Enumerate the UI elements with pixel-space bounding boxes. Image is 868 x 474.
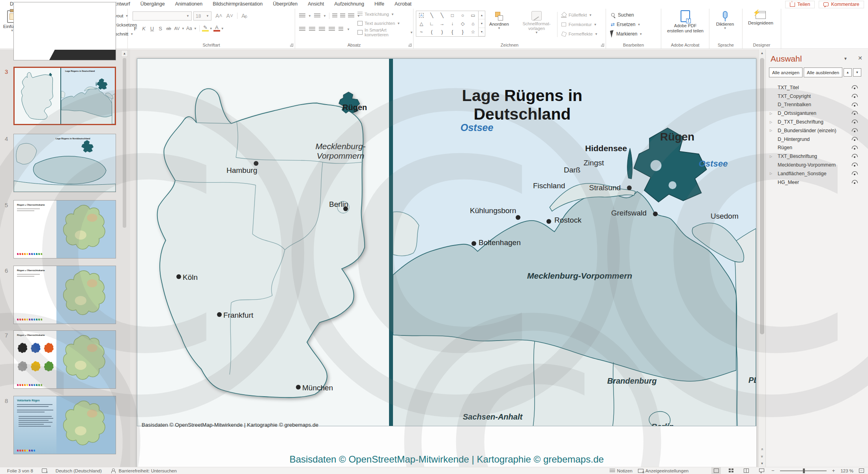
move-up-button[interactable]: ▲ [844,68,852,77]
shadow-button[interactable]: S [157,26,164,32]
label-greifswald[interactable]: Greifswald [611,209,647,217]
layer-item[interactable]: ▷D_Ortssiganturen [766,109,868,118]
star-shape-icon[interactable]: ☆ [471,29,475,35]
expand-chevron-icon[interactable]: ▷ [770,155,772,158]
scrollbar-thumb[interactable] [760,58,764,334]
comments-button[interactable]: Kommentare [819,1,864,8]
notes-button[interactable]: Notizen [610,468,632,473]
align-center-icon[interactable] [309,27,315,32]
pane-close-icon[interactable]: ✕ [858,55,862,61]
quick-styles-button[interactable]: Schnellformat-vorlagen ▼ [518,11,555,34]
scroll-up-icon[interactable]: ▲ [121,50,128,57]
create-pdf-button[interactable]: Adobe PDF erstellen und teilen [667,10,704,33]
shrink-font-button[interactable]: A˅ [226,13,234,19]
tab-uebergaenge[interactable]: Übergänge [135,0,170,9]
visibility-eye-icon[interactable] [852,85,858,90]
bullets-icon[interactable] [299,13,305,18]
brace-left-shape-icon[interactable]: { [452,29,453,35]
layer-item[interactable]: Rügen [766,144,868,152]
decrease-indent-icon[interactable] [332,13,337,18]
grow-font-button[interactable]: A˄ [215,13,223,19]
layer-item[interactable]: ▷D_TXT_Beschriftung [766,118,868,126]
label-ostsee-right[interactable]: Ostsee [699,159,728,169]
label-koeln[interactable]: Köln [183,273,198,282]
thumbnail-slide-7[interactable]: Rügen » Übersichtskarte [13,330,116,389]
shape-effects-button[interactable]: Formeffekte▼ [561,30,598,38]
ellipse-shape-icon[interactable]: ○ [461,13,464,18]
tab-aufzeichnung[interactable]: Aufzeichnung [329,0,369,9]
label-ostsee-left[interactable]: Ostsee [460,122,493,133]
hide-all-button[interactable]: Alle ausblenden [804,67,842,77]
zoom-slider[interactable] [780,470,827,471]
scroll-down-icon[interactable]: ▼ [759,460,765,467]
pentagon-shape-icon[interactable]: ⌂ [471,21,474,26]
label-hiddensee[interactable]: Hiddensee [585,144,627,153]
numbering-icon[interactable] [314,13,320,18]
pane-options-chevron-icon[interactable]: ▼ [844,56,847,61]
arc-shape-icon[interactable]: ( [431,29,432,35]
strikethrough-button[interactable]: ab [165,26,172,31]
layer-item[interactable]: ▷D_Bundersländer (einzeln) [766,126,868,135]
expand-chevron-icon[interactable]: ▷ [770,172,772,175]
triangle-shape-icon[interactable]: △ [419,21,423,26]
mv-detail-map[interactable]: Lage Rügens in Deutschland Ostsee Ostsee… [393,59,756,426]
thumbnail-slide-4[interactable]: Lage Rügens in Norddeutschland [13,134,116,192]
visibility-eye-icon[interactable] [852,111,858,116]
normal-view-button[interactable] [711,467,721,474]
tab-ueberpruefen[interactable]: Überprüfen [268,0,303,9]
thumbnail-slide-2[interactable] [13,2,116,60]
increase-indent-icon[interactable] [340,13,345,18]
dialog-launcher-icon[interactable] [601,43,604,47]
visibility-eye-icon[interactable] [852,171,858,176]
diamond-shape-icon[interactable]: ◇ [461,21,464,26]
scribble-shape-icon[interactable]: ~ [420,29,423,35]
font-color-button[interactable]: A [213,25,220,32]
thumbnail-slide-5[interactable]: Rügen » Übersichtskarte [13,200,116,259]
visibility-eye-icon[interactable] [852,103,858,107]
visibility-eye-icon[interactable] [852,137,858,142]
share-button[interactable]: Teilen [785,1,815,8]
layer-item[interactable]: TXT_Copyright [766,92,868,101]
map-copyright-small[interactable]: Basisdaten © OpenStreetMap-Mitwirkende |… [142,422,318,428]
down-arrow-shape-icon[interactable]: ↓ [451,21,454,26]
tab-ansicht[interactable]: Ansicht [303,0,329,9]
label-zingst[interactable]: Zingst [584,159,604,167]
label-sachsen-anhalt[interactable]: Sachsen-Anhalt [463,412,522,422]
divider-bar[interactable] [389,59,393,426]
find-button[interactable]: Suchen [611,11,634,19]
replace-button[interactable]: ⇄Ersetzen▼ [611,21,640,28]
right-arrow-shape-icon[interactable]: → [440,21,444,26]
justify-icon[interactable] [329,27,335,32]
brace-right-shape-icon[interactable]: } [462,29,464,35]
next-slide-button[interactable]: » [759,453,765,460]
arrange-button[interactable]: Anordnen ▼ [489,12,509,30]
spelling-check-icon[interactable] [42,468,47,473]
label-berlin[interactable]: Berlin [329,200,348,209]
label-muenchen[interactable]: München [302,384,333,392]
reading-view-button[interactable] [741,467,751,474]
previous-slide-button[interactable]: » [759,446,765,453]
thumbnail-scrollbar[interactable]: ▲ [121,50,128,467]
zoom-out-button[interactable]: − [771,468,774,474]
slide-canvas[interactable]: Rügen Mecklenburg- Vorpommern Hamburg Be… [137,58,756,467]
shapes-gallery[interactable]: A ╲ ╲ □ ○ ▭ △ ∟ → ↓ ◇ ⌂ ~ ( ) [416,11,485,37]
zoom-level[interactable]: 123 % [840,468,853,473]
germany-overview-map[interactable]: Rügen Mecklenburg- Vorpommern Hamburg Be… [137,59,389,426]
layer-item[interactable]: Mecklenburg-Vorpommern [766,161,868,169]
expand-chevron-icon[interactable]: ▷ [770,129,772,132]
font-size-combo[interactable]: 18▼ [193,11,211,21]
layer-item[interactable]: D_Trennbalken [766,101,868,109]
label-brandenburg[interactable]: Brandenburg [607,377,657,386]
convert-smartart-button[interactable]: In SmartArt konvertieren▼ [357,28,413,36]
textbox-shape-icon[interactable]: A [419,13,424,18]
label-darss[interactable]: Darß [564,166,580,174]
italic-button[interactable]: K [140,26,148,32]
slide-indicator[interactable]: Folie 3 von 8 [7,468,33,473]
layer-item[interactable]: D_Hintergrund [766,135,868,144]
move-down-button[interactable]: ▼ [853,68,861,77]
slide-copyright-large[interactable]: Basisdaten © OpenStreetMap-Mitwirkende |… [137,454,756,465]
dialog-launcher-icon[interactable] [290,43,293,47]
label-hamburg[interactable]: Hamburg [226,166,257,175]
tab-hilfe[interactable]: Hilfe [369,0,389,9]
scrollbar-thumb[interactable] [123,58,126,228]
